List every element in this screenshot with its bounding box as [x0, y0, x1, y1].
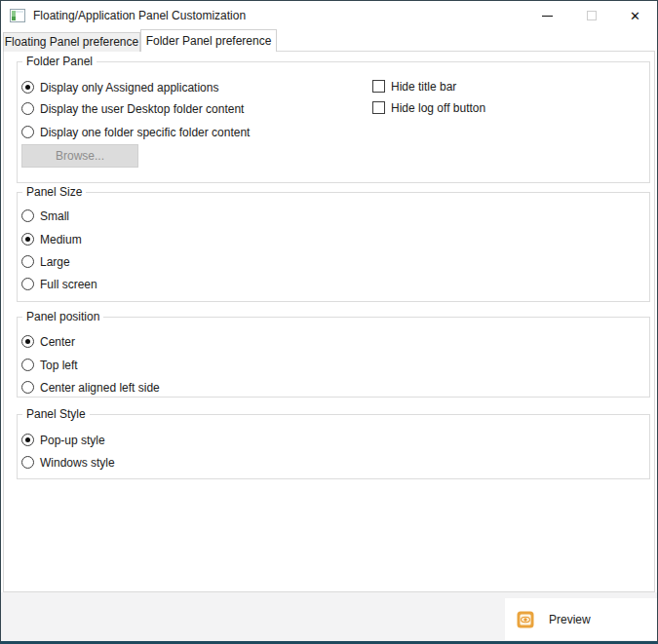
radio-label: Full screen [40, 278, 97, 291]
radio-icon [21, 255, 34, 268]
radio-size-medium[interactable]: Medium [21, 232, 82, 246]
radio-label: Medium [40, 233, 82, 246]
group-panel-style: Panel Style Pop-up style Windows style [17, 414, 650, 479]
app-icon [10, 8, 25, 23]
radio-label: Display only Assigned applications [40, 81, 218, 95]
radio-label: Display one folder specific folder conte… [40, 126, 250, 139]
group-title: Panel Size [22, 185, 86, 199]
minimize-button[interactable] [525, 1, 569, 30]
checkbox-icon [372, 80, 385, 93]
radio-icon [21, 102, 34, 115]
checkbox-hide-title-bar[interactable]: Hide title bar [372, 79, 456, 94]
radio-icon [21, 381, 34, 394]
radio-label: Center aligned left side [40, 381, 160, 395]
browse-button[interactable]: Browse... [21, 144, 138, 168]
radio-size-large[interactable]: Large [21, 254, 70, 269]
radio-label: Center [40, 335, 75, 349]
radio-label: Small [40, 209, 69, 223]
radio-icon [21, 456, 34, 469]
radio-style-popup[interactable]: Pop-up style [21, 433, 105, 447]
radio-icon [21, 359, 34, 371]
checkbox-hide-log-off[interactable]: Hide log off button [372, 100, 485, 115]
radio-icon [21, 126, 34, 138]
radio-label: Top left [40, 359, 78, 372]
radio-icon [21, 335, 34, 348]
radio-position-center-left[interactable]: Center aligned left side [21, 380, 160, 395]
radio-label: Large [40, 255, 70, 269]
radio-label: Pop-up style [40, 434, 105, 447]
group-panel-size: Panel Size Small Medium Large Full scree… [17, 192, 650, 302]
maximize-icon [587, 11, 597, 20]
radio-icon [21, 233, 34, 246]
tab-floating-panel-preference[interactable]: Floating Panel preference [3, 32, 140, 52]
footer-bar: Preview [1, 592, 657, 641]
radio-label: Display the user Desktop folder content [40, 102, 244, 116]
preview-label: Preview [549, 613, 591, 626]
radio-icon [21, 434, 34, 446]
checkbox-label: Hide log off button [391, 101, 485, 115]
group-panel-position: Panel position Center Top left Center al… [17, 317, 650, 398]
tab-page: Folder Panel Display only Assigned appli… [3, 51, 655, 592]
minimize-icon [542, 16, 553, 17]
radio-icon [21, 278, 34, 290]
window-title: Floating/Application Panel Customization [33, 1, 246, 30]
radio-icon [21, 209, 34, 222]
maximize-button[interactable] [569, 1, 613, 30]
radio-position-top-left[interactable]: Top left [21, 358, 78, 372]
radio-icon [21, 81, 34, 94]
title-bar: Floating/Application Panel Customization… [1, 1, 657, 30]
checkbox-icon [372, 101, 385, 114]
dialog-window: Floating/Application Panel Customization… [0, 0, 658, 644]
radio-label: Windows style [40, 456, 115, 470]
radio-display-assigned[interactable]: Display only Assigned applications [21, 80, 218, 95]
group-title: Folder Panel [22, 55, 97, 68]
radio-style-windows[interactable]: Windows style [21, 455, 115, 470]
preview-button[interactable]: Preview [505, 598, 657, 640]
tab-folder-panel-preference[interactable]: Folder Panel preference [140, 29, 277, 52]
preview-eye-icon [517, 611, 534, 628]
group-folder-panel: Folder Panel Display only Assigned appli… [17, 61, 650, 183]
close-button[interactable]: ✕ [613, 1, 657, 30]
radio-size-full-screen[interactable]: Full screen [21, 277, 97, 291]
radio-position-center[interactable]: Center [21, 334, 75, 349]
radio-display-desktop-folder[interactable]: Display the user Desktop folder content [21, 101, 244, 116]
group-title: Panel Style [22, 407, 90, 421]
group-title: Panel position [22, 310, 103, 323]
radio-size-small[interactable]: Small [21, 208, 69, 223]
checkbox-label: Hide title bar [391, 80, 456, 94]
close-icon: ✕ [630, 10, 640, 22]
radio-display-specific-folder[interactable]: Display one folder specific folder conte… [21, 125, 250, 139]
